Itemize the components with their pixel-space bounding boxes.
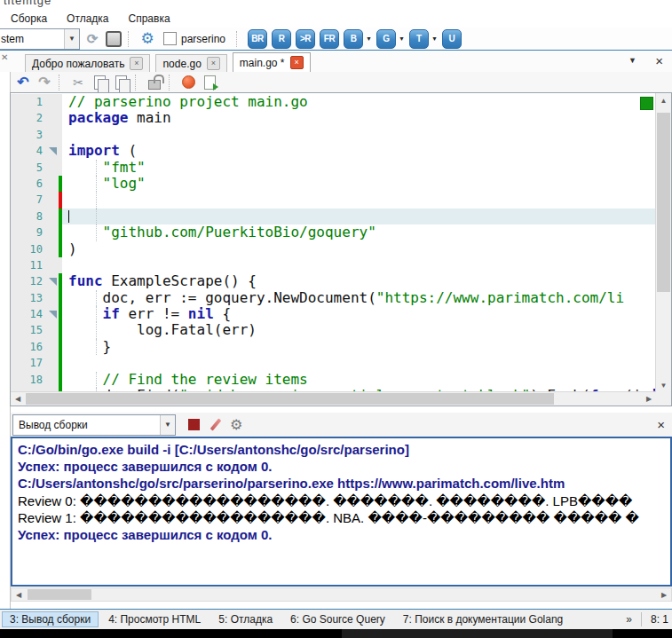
line-number[interactable]: 12 xyxy=(11,273,47,289)
scroll-right-icon[interactable]: ▶ xyxy=(642,392,656,406)
reload-env-button[interactable]: ⟳ xyxy=(83,30,101,48)
build-output-console[interactable]: C:/Go/bin/go.exe build -i [C:/Users/anto… xyxy=(11,437,672,587)
line-number[interactable]: 4 xyxy=(11,143,47,159)
code-area[interactable]: 1// parserino project main.go2package ma… xyxy=(11,94,656,392)
statusbar-tab-3[interactable]: 6: Go Source Query xyxy=(282,611,393,627)
stop-action-button[interactable] xyxy=(105,30,123,48)
paste-button[interactable] xyxy=(112,74,130,91)
scrollbar-thumb[interactable] xyxy=(657,113,670,292)
build-button-U[interactable]: U xyxy=(442,29,462,49)
scroll-left-icon[interactable]: ◀ xyxy=(12,588,26,601)
scroll-right-icon[interactable]: ▶ xyxy=(657,588,671,601)
line-number[interactable]: 13 xyxy=(11,290,47,306)
chevron-down-icon[interactable]: ▼ xyxy=(160,415,175,435)
copy-icon xyxy=(94,75,106,90)
cut-button[interactable]: ✂ xyxy=(69,74,87,91)
gear-icon[interactable]: ⚙ xyxy=(230,416,242,433)
line-number[interactable]: 15 xyxy=(11,322,47,338)
fold-margin xyxy=(47,241,59,257)
code-line: 2package main xyxy=(11,110,656,126)
build-button-FR[interactable]: FR xyxy=(320,29,339,49)
tab-close-icon[interactable]: × xyxy=(207,57,220,70)
horizontal-scrollbar[interactable]: ◀ ▶ xyxy=(11,391,656,406)
fold-marker-icon[interactable] xyxy=(47,306,59,322)
line-number[interactable]: 10 xyxy=(11,241,47,257)
toolbar-separator xyxy=(128,31,130,47)
line-number[interactable]: 16 xyxy=(11,339,47,355)
statusbar-tab-2[interactable]: 5: Отладка xyxy=(210,611,281,627)
clear-output-button[interactable] xyxy=(210,418,222,430)
overflow-chevron-icon[interactable]: » xyxy=(626,613,632,626)
line-number[interactable]: 1 xyxy=(11,94,47,110)
line-number[interactable]: 3 xyxy=(11,127,47,143)
record-icon xyxy=(182,75,195,89)
close-icon[interactable]: ✕ xyxy=(1,52,8,62)
statusbar-tab-1[interactable]: 4: Просмотр HTML xyxy=(100,611,209,627)
close-icon[interactable]: × xyxy=(657,417,665,432)
tab-label: main.go * xyxy=(240,57,285,69)
copy-button[interactable] xyxy=(91,74,108,91)
line-number[interactable]: 11 xyxy=(11,257,47,273)
scrollbar-thumb[interactable] xyxy=(28,589,91,600)
line-number[interactable]: 8 xyxy=(11,209,47,224)
scroll-up-icon[interactable]: ▲ xyxy=(656,93,671,107)
line-number[interactable]: 7 xyxy=(11,192,47,208)
tab-close-icon[interactable]: × xyxy=(290,56,304,69)
build-button-B[interactable]: B xyxy=(344,29,363,49)
chevron-down-icon[interactable]: ▼ xyxy=(399,35,405,42)
menu-item-2[interactable]: Справка xyxy=(120,11,179,27)
close-icon[interactable]: × xyxy=(655,53,663,68)
line-number[interactable]: 14 xyxy=(11,306,47,322)
code-text: // Find the review items xyxy=(62,372,656,388)
tab-2[interactable]: main.go *× xyxy=(233,52,311,72)
undo-button[interactable]: ↶ xyxy=(14,74,32,91)
environment-combobox[interactable]: stem ▼ xyxy=(0,28,80,50)
build-button-R[interactable]: R xyxy=(272,29,291,49)
output-selector-combobox[interactable]: Вывод сборки ▼ xyxy=(12,414,176,436)
line-number[interactable]: 6 xyxy=(11,176,47,192)
build-button-BR[interactable]: BR xyxy=(248,29,267,49)
separator xyxy=(641,612,642,626)
line-number[interactable]: 9 xyxy=(11,224,47,240)
build-button->R[interactable]: >R xyxy=(296,29,315,49)
tab-list-dropdown[interactable]: ▼ xyxy=(629,56,636,65)
stop-process-button[interactable] xyxy=(188,419,200,430)
tab-1[interactable]: node.go× xyxy=(155,54,226,72)
chevron-down-icon[interactable]: ▼ xyxy=(366,35,372,42)
main-toolbar: stem ▼ ⟳ ⚙ parserino BRR>RFRB▼G▼T▼U xyxy=(0,28,672,50)
menu-item-1[interactable]: Отладка xyxy=(58,11,117,27)
export-button[interactable] xyxy=(201,74,218,91)
scrollbar-thumb[interactable] xyxy=(26,393,554,405)
fold-marker-icon[interactable] xyxy=(47,273,59,289)
tab-close-icon[interactable]: × xyxy=(130,57,143,70)
parserino-checkbox[interactable] xyxy=(163,32,177,45)
line-number[interactable]: 17 xyxy=(11,355,47,371)
statusbar-tab-4[interactable]: 7: Поиск в документации Golang xyxy=(395,611,571,627)
output-horizontal-scrollbar[interactable]: ◀ ▶ xyxy=(11,587,672,602)
statusbar-tab-0[interactable]: 3: Вывод сборки xyxy=(2,611,99,627)
menu-item-0[interactable]: Сборка xyxy=(2,11,56,27)
chevron-down-icon[interactable]: ▼ xyxy=(64,29,79,49)
redo-button[interactable]: ↷ xyxy=(36,74,53,91)
scroll-left-icon[interactable]: ◀ xyxy=(11,392,25,406)
record-macro-button[interactable] xyxy=(179,74,197,91)
line-number[interactable]: 5 xyxy=(11,160,47,176)
fold-margin xyxy=(47,160,59,176)
fold-margin xyxy=(47,355,59,371)
build-config-button[interactable]: ⚙ xyxy=(138,30,156,48)
tab-0[interactable]: Добро пожаловать× xyxy=(25,54,150,72)
lock-toggle-button[interactable] xyxy=(146,74,163,91)
line-number[interactable]: 2 xyxy=(11,110,47,126)
clipped-text: tltemtge xyxy=(4,0,51,7)
vertical-scrollbar[interactable]: ▲ ▼ xyxy=(655,93,671,392)
build-button-T[interactable]: T xyxy=(409,29,429,49)
line-number[interactable]: 18 xyxy=(11,372,47,388)
chevron-down-icon[interactable]: ▼ xyxy=(431,35,438,42)
fold-marker-icon[interactable] xyxy=(47,143,59,159)
code-line: 1// parserino project main.go xyxy=(11,94,656,110)
output-panel-header: Вывод сборки ▼ ⚙ × xyxy=(11,413,672,437)
build-button-G[interactable]: G xyxy=(376,29,396,49)
code-editor[interactable]: 1// parserino project main.go2package ma… xyxy=(10,92,672,406)
scroll-down-icon[interactable]: ▼ xyxy=(656,378,671,392)
code-line: 6 "log" xyxy=(11,176,656,192)
